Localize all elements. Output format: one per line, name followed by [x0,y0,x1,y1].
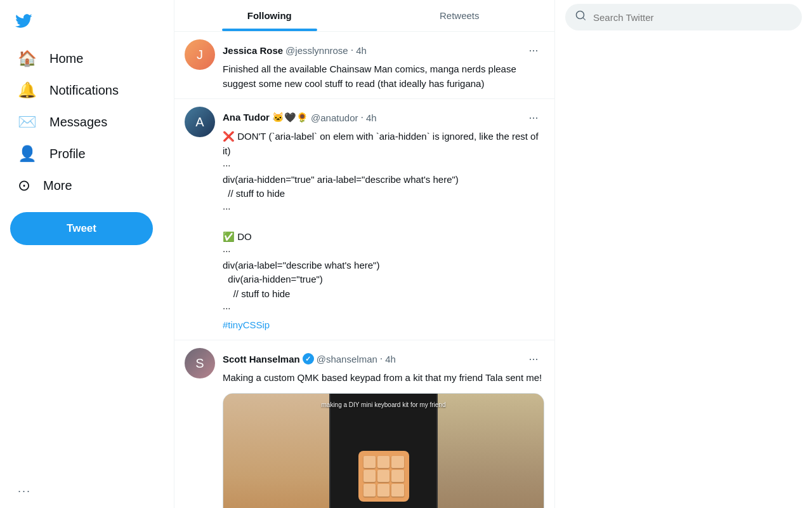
tweet-separator: · [380,353,383,364]
search-icon [575,10,587,24]
tweet-card[interactable]: S Scott Hanselman ✓ @shanselman · 4h ···… [174,340,554,508]
image-col-left [223,394,329,509]
tweet-meta: Jessica Rose @jesslynnrose · 4h [223,44,367,56]
tweet-time: 4h [385,354,396,364]
avatar: J [185,39,215,70]
tweet-text: Finished all the available Chainsaw Man … [223,62,544,91]
tweet-more-button[interactable]: ··· [523,39,544,61]
more-icon: ⊙ [18,178,30,193]
tweet-time: 4h [366,112,377,123]
nav-item-more[interactable]: ⊙ More [8,170,166,201]
tweet-list: J Jessica Rose @jesslynnrose · 4h ··· Fi… [174,32,554,508]
image-overlay-text: making a DIY mini keyboard kit for my fr… [321,401,445,408]
nav-list: 🏠 Home 🔔 Notifications ✉️ Messages 👤 Pro… [8,42,166,202]
main-feed: Following Retweets J Jessica Rose @jessl… [174,0,555,508]
image-col-mid: making a DIY mini keyboard kit for my fr… [329,394,438,509]
more-dots-bottom: ··· [8,474,166,508]
tab-following[interactable]: Following [174,0,365,31]
key-cell [377,470,390,482]
tweet-image: making a DIY mini keyboard kit for my fr… [223,393,544,509]
key-cell [363,470,376,482]
key-cell [377,456,390,468]
twitter-logo[interactable] [8,5,39,37]
nav-label-messages: Messages [49,115,107,130]
tweet-handle: @shanselman [317,354,377,364]
key-cell [363,484,376,496]
tweet-content: Scott Hanselman ✓ @shanselman · 4h ··· M… [223,348,544,508]
image-col-right [438,394,544,509]
nav-item-home[interactable]: 🏠 Home [8,43,166,74]
nav-item-messages[interactable]: ✉️ Messages [8,107,166,137]
tweet-content: Jessica Rose @jesslynnrose · 4h ··· Fini… [223,39,544,91]
tweet-button[interactable]: Tweet [10,212,153,245]
nav-label-home: Home [49,51,83,66]
tweet-content: Ana Tudor 🐱🖤🌻 @anatudor · 4h ··· ❌ DON'T… [223,107,544,332]
tweet-text: ❌ DON'T (`aria-label` on elem with `aria… [223,130,544,316]
key-cell [391,484,403,496]
tweet-separator: · [361,112,363,123]
tweet-time: 4h [356,45,367,56]
tweet-header: Jessica Rose @jesslynnrose · 4h ··· [223,39,544,61]
right-sidebar [555,0,812,508]
nav-item-profile[interactable]: 👤 Profile [8,138,166,169]
key-cell [391,470,403,482]
tweet-header: Scott Hanselman ✓ @shanselman · 4h ··· [223,348,544,370]
tweet-more-button[interactable]: ··· [523,107,544,128]
tweet-hashtag[interactable]: #tinyCSSip [223,318,544,333]
key-cell [377,484,390,496]
tweet-separator: · [351,44,353,56]
tweet-more-button[interactable]: ··· [523,348,544,370]
tab-bar: Following Retweets [174,0,554,32]
tweet-name: Scott Hanselman [223,354,300,364]
search-bar[interactable] [565,4,802,30]
tweet-meta: Ana Tudor 🐱🖤🌻 @anatudor · 4h [223,112,377,123]
nav-item-notifications[interactable]: 🔔 Notifications [8,75,166,105]
notifications-icon: 🔔 [18,83,37,98]
tweet-name: Jessica Rose [223,45,283,56]
tweet-card[interactable]: A Ana Tudor 🐱🖤🌻 @anatudor · 4h ··· ❌ DON… [174,99,554,340]
home-icon: 🏠 [18,51,37,66]
tweet-card[interactable]: J Jessica Rose @jesslynnrose · 4h ··· Fi… [174,32,554,99]
profile-icon: 👤 [18,146,37,161]
sidebar: 🏠 Home 🔔 Notifications ✉️ Messages 👤 Pro… [0,0,174,508]
keyboard-grid [358,451,409,502]
tab-retweets[interactable]: Retweets [365,0,555,31]
key-cell [363,456,376,468]
tweet-meta: Scott Hanselman ✓ @shanselman · 4h [223,353,396,364]
search-input[interactable] [593,12,792,23]
nav-label-profile: Profile [49,147,86,161]
nav-label-notifications: Notifications [49,83,119,98]
avatar: S [185,348,215,378]
tweet-header: Ana Tudor 🐱🖤🌻 @anatudor · 4h ··· [223,107,544,128]
tweet-handle: @jesslynnrose [285,45,348,56]
avatar: A [185,107,215,137]
messages-icon: ✉️ [18,114,37,130]
tweet-name: Ana Tudor 🐱🖤🌻 [223,112,308,123]
tweet-handle: @anatudor [311,112,358,123]
nav-label-more: More [43,178,72,193]
key-cell [391,456,403,468]
verified-badge: ✓ [303,353,314,364]
tweet-text: Making a custom QMK based keypad from a … [223,371,544,385]
